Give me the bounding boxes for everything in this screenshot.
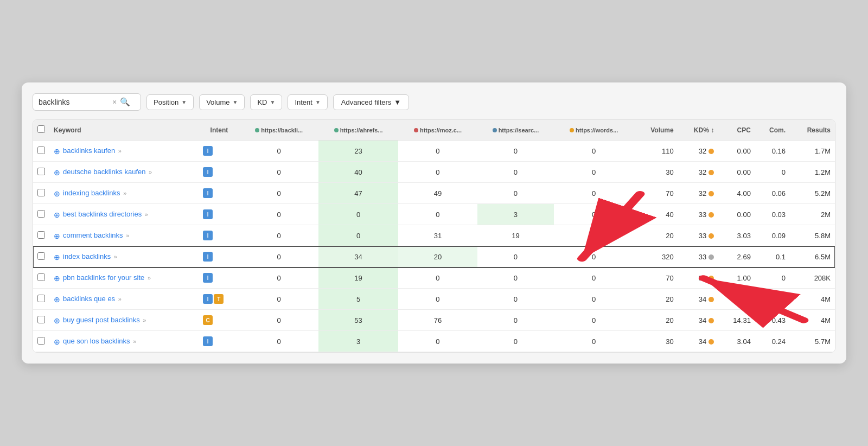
- cpc-cell: 2.69: [718, 246, 755, 267]
- intent-cell: I: [199, 246, 239, 267]
- com-cell: 0.06: [755, 183, 790, 204]
- row-checkbox-cell: [33, 246, 49, 267]
- advanced-filters-button[interactable]: Advanced filters ▼: [333, 94, 409, 110]
- plus-icon[interactable]: ⊕: [54, 295, 60, 304]
- intent-badge: I: [203, 188, 213, 198]
- keyword-cell: ⊕que son los backlinks »: [49, 331, 199, 352]
- table-row: ⊕buy guest post backlinks »C053760020341…: [33, 310, 835, 331]
- intent-cell: I: [199, 141, 239, 162]
- volume-cell: 20: [634, 289, 678, 310]
- backli-cell: 0: [240, 204, 318, 225]
- row-checkbox[interactable]: [37, 168, 45, 175]
- words-cell: 0: [554, 141, 634, 162]
- com-cell: 21: [755, 289, 790, 310]
- row-checkbox-cell: [33, 141, 49, 162]
- words-cell: 0: [554, 289, 634, 310]
- results-cell: 6.5M: [790, 246, 835, 267]
- intent-cell: IT: [199, 289, 239, 310]
- row-checkbox[interactable]: [37, 337, 45, 345]
- moz-cell: 0: [398, 289, 477, 310]
- row-checkbox[interactable]: [37, 295, 45, 302]
- toolbar: × 🔍 Position ▼ Volume ▼ KD ▼ Intent ▼ Ad…: [33, 93, 835, 111]
- backli-cell: 0: [240, 310, 318, 331]
- searc-cell: 0: [477, 141, 554, 162]
- kd-cell: 34: [678, 310, 718, 331]
- table-row: ⊕que son los backlinks »I0300030343.040.…: [33, 331, 835, 352]
- search-input[interactable]: [39, 98, 109, 106]
- words-cell: 0: [554, 183, 634, 204]
- search-icon[interactable]: 🔍: [120, 97, 130, 107]
- volume-filter-button[interactable]: Volume ▼: [199, 94, 245, 110]
- com-cell: 0: [755, 162, 790, 183]
- select-all-checkbox[interactable]: [37, 125, 45, 133]
- row-checkbox[interactable]: [37, 231, 45, 239]
- results-cell: 2M: [790, 204, 835, 225]
- plus-icon[interactable]: ⊕: [54, 274, 60, 283]
- row-checkbox[interactable]: [37, 316, 45, 323]
- table-row: ⊕deutsche backlinks kaufen »I04000030320…: [33, 162, 835, 183]
- com-cell: 0.03: [755, 204, 790, 225]
- clear-icon[interactable]: ×: [112, 98, 117, 106]
- cpc-cell: 0.00: [718, 162, 755, 183]
- intent-cell: I: [199, 331, 239, 352]
- row-checkbox[interactable]: [37, 146, 45, 154]
- plus-icon[interactable]: ⊕: [54, 168, 60, 177]
- intent-badge: I: [203, 146, 213, 156]
- ahrefs-cell: 3: [318, 331, 399, 352]
- volume-cell: 320: [634, 246, 678, 267]
- row-checkbox[interactable]: [37, 210, 45, 218]
- header-volume: Volume: [634, 120, 678, 141]
- plus-icon[interactable]: ⊕: [54, 211, 60, 219]
- moz-cell: 49: [398, 183, 477, 204]
- chevron-down-icon: ▼: [181, 99, 187, 105]
- row-checkbox[interactable]: [37, 273, 45, 281]
- table-row: ⊕best backlinks directories »I0003040330…: [33, 204, 835, 225]
- table-row: ⊕indexing backlinks »I047490070324.000.0…: [33, 183, 835, 204]
- plus-icon[interactable]: ⊕: [54, 232, 60, 240]
- row-checkbox[interactable]: [37, 252, 45, 260]
- cpc-cell: 1.00: [718, 267, 755, 289]
- ahrefs-cell: 0: [318, 204, 399, 225]
- plus-icon[interactable]: ⊕: [54, 253, 60, 262]
- cpc-cell: 0.00: [718, 204, 755, 225]
- kd-cell: 32: [678, 183, 718, 204]
- intent-badge: C: [203, 315, 213, 325]
- table-wrapper: Keyword Intent https://backli... https:/…: [33, 119, 835, 353]
- searc-cell: 3: [477, 204, 554, 225]
- com-cell: 0.16: [755, 141, 790, 162]
- moz-cell: 0: [398, 141, 477, 162]
- intent-cell: I: [199, 183, 239, 204]
- row-checkbox[interactable]: [37, 189, 45, 196]
- words-cell: 0: [554, 204, 634, 225]
- intent-filter-button[interactable]: Intent ▼: [288, 94, 327, 110]
- kd-filter-button[interactable]: KD ▼: [250, 94, 282, 110]
- keyword-cell: ⊕index backlinks »: [49, 246, 199, 267]
- results-cell: 5.8M: [790, 225, 835, 246]
- results-cell: 208K: [790, 267, 835, 289]
- plus-icon[interactable]: ⊕: [54, 337, 60, 346]
- position-filter-button[interactable]: Position ▼: [146, 94, 194, 110]
- plus-icon[interactable]: ⊕: [54, 316, 60, 325]
- header-results: Results: [790, 120, 835, 141]
- cpc-cell: 0.00: [718, 141, 755, 162]
- chevron-down-icon: ▼: [233, 99, 238, 105]
- plus-icon[interactable]: ⊕: [54, 189, 60, 198]
- plus-icon[interactable]: ⊕: [54, 147, 60, 156]
- table-row: ⊕comment backlinks »I003119020333.030.09…: [33, 225, 835, 246]
- keyword-cell: ⊕buy guest post backlinks »: [49, 310, 199, 331]
- row-checkbox-cell: [33, 162, 49, 183]
- kd-dot: [709, 170, 714, 175]
- moz-cell: 31: [398, 225, 477, 246]
- kd-dot: [709, 233, 714, 239]
- com-cell: 0: [755, 267, 790, 289]
- moz-cell: 0: [398, 162, 477, 183]
- volume-cell: 30: [634, 331, 678, 352]
- header-searc: https://searc...: [477, 120, 554, 141]
- intent-cell: I: [199, 162, 239, 183]
- moz-cell: 0: [398, 331, 477, 352]
- cpc-cell: 2.48: [718, 289, 755, 310]
- cpc-cell: 4.00: [718, 183, 755, 204]
- main-container: × 🔍 Position ▼ Volume ▼ KD ▼ Intent ▼ Ad…: [22, 82, 846, 364]
- volume-cell: 70: [634, 183, 678, 204]
- header-keyword: Keyword: [49, 120, 199, 141]
